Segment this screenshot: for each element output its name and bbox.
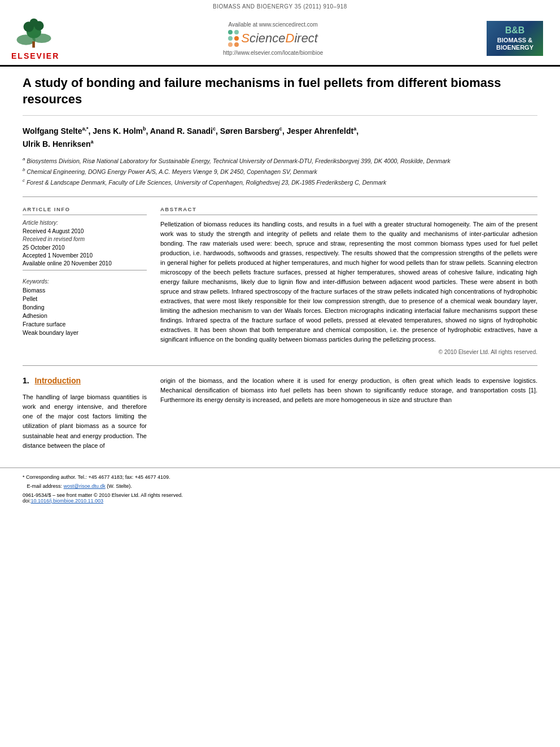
affiliation-a: a Biosystems Division, Risø National Lab… <box>23 156 537 165</box>
svg-rect-6 <box>32 41 35 47</box>
introduction-section: 1. Introduction The handling of large bi… <box>23 376 537 456</box>
history-label: Article history: <box>23 220 147 226</box>
keyword-6: Weak boundary layer <box>23 329 147 336</box>
abstract-text: Pelletization of biomass reduces its han… <box>160 220 537 345</box>
revised-date: 25 October 2010 <box>23 244 147 251</box>
keywords-label: Keywords: <box>23 278 147 285</box>
keyword-5: Fracture surface <box>23 321 147 327</box>
received-date: Received 4 August 2010 <box>23 228 147 234</box>
article-title: A study of bonding and failure mechanism… <box>23 75 537 116</box>
abstract-column: ABSTRACT Pelletization of biomass reduce… <box>160 206 537 356</box>
keyword-4: Adhesion <box>23 312 147 319</box>
affiliations: a Biosystems Division, Risø National Lab… <box>23 156 537 197</box>
journal-url: http://www.elsevier.com/locate/biombioe <box>223 50 323 56</box>
section-title: Introduction <box>34 376 81 385</box>
copyright-line: © 2010 Elsevier Ltd. All rights reserved… <box>160 349 537 355</box>
affiliation-b: b Chemical Engineering, DONG Energy Powe… <box>23 167 537 176</box>
article-info-column: ARTICLE INFO Article history: Received 4… <box>23 206 147 356</box>
available-online-date: Available online 20 November 2010 <box>23 260 147 267</box>
elsevier-tree-icon <box>11 16 56 50</box>
email-link[interactable]: wost@risoe.dtu.dk <box>64 483 106 489</box>
journal-title: BIOMASS AND BIOENERGY 35 (2011) 910–918 <box>213 3 347 10</box>
svg-point-5 <box>30 19 38 27</box>
affiliation-c: c Forest & Landscape Denmark, Faculty of… <box>23 177 537 187</box>
elsevier-logo: ELSEVIER <box>11 16 59 60</box>
issn-line: 0961-9534/$ – see front matter © 2010 El… <box>23 492 537 498</box>
doi-line: doi:10.1016/j.biombioe.2010.11.003 <box>23 498 537 504</box>
badge-title: BIOMASS & BIOENERGY <box>492 37 537 51</box>
keyword-3: Bonding <box>23 304 147 311</box>
keyword-1: Biomass <box>23 287 147 294</box>
keywords-section: Keywords: Biomass Pellet Bonding Adhesio… <box>23 278 147 336</box>
journal-header: BIOMASS AND BIOENERGY 35 (2011) 910–918 <box>0 0 560 12</box>
elsevier-brand-text: ELSEVIER <box>11 51 59 60</box>
sciencedirect-logo: ScienceDirect <box>223 30 323 47</box>
sciencedirect-center: Available at www.sciencedirect.com Scie <box>223 21 323 56</box>
keyword-2: Pellet <box>23 295 147 302</box>
sciencedirect-text: ScienceDirect <box>241 31 318 46</box>
sd-dots-icon <box>228 30 239 47</box>
intro-left-text: The handling of large biomass quantities… <box>23 392 147 450</box>
intro-right: origin of the biomass, and the location … <box>160 376 537 456</box>
article-info-abstract: ARTICLE INFO Article history: Received 4… <box>23 206 537 356</box>
page-footer: * Corresponding author. Tel.: +45 4677 4… <box>0 468 560 504</box>
main-content: A study of bonding and failure mechanism… <box>0 67 560 468</box>
email-footnote: E-mail address: wost@risoe.dtu.dk (W. St… <box>23 483 537 491</box>
intro-left: 1. Introduction The handling of large bi… <box>23 376 147 456</box>
intro-right-text: origin of the biomass, and the location … <box>160 376 537 405</box>
article-info-header: ARTICLE INFO <box>23 206 147 215</box>
doi-link[interactable]: 10.1016/j.biombioe.2010.11.003 <box>31 498 104 504</box>
logo-bar: ELSEVIER Available at www.sciencedirect.… <box>0 12 560 67</box>
abstract-header: ABSTRACT <box>160 206 537 215</box>
authors: Wolfgang Steltea,*, Jens K. Holmb, Anand… <box>23 125 537 150</box>
accepted-date: Accepted 1 November 2010 <box>23 252 147 259</box>
journal-badge: B&B BIOMASS & BIOENERGY <box>487 21 543 56</box>
revised-label: Received in revised form <box>23 236 147 242</box>
section-divider <box>23 365 537 366</box>
svg-point-2 <box>32 33 51 43</box>
corresponding-note: * Corresponding author. Tel.: +45 4677 4… <box>23 474 537 482</box>
available-text: Available at www.sciencedirect.com <box>223 21 323 28</box>
section-number: 1. <box>23 376 29 385</box>
left-col-divider <box>23 270 147 270</box>
